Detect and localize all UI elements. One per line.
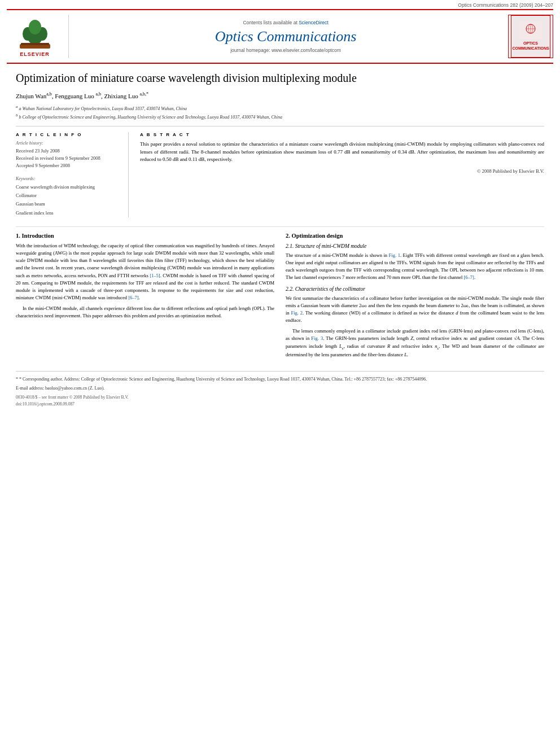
subsection1-body: The structure of a mini-CWDM module is s… bbox=[286, 252, 544, 282]
fig1-ref[interactable]: Fig. 1 bbox=[389, 252, 400, 258]
section2-title: 2. Optimization design bbox=[286, 233, 544, 239]
keywords-section: Keywords: Coarse wavelength division mul… bbox=[16, 176, 120, 217]
abstract-heading: A B S T R A C T bbox=[140, 132, 544, 137]
author-separator2: , Zhixiang Luo bbox=[101, 93, 139, 99]
copyright: © 2008 Published by Elsevier B.V. bbox=[140, 168, 544, 174]
article-content: Optimization of miniature coarse wavelen… bbox=[0, 64, 560, 418]
article-title: Optimization of miniature coarse wavelen… bbox=[16, 71, 544, 85]
body-right-col: 2. Optimization design 2.1. Structure of… bbox=[286, 233, 544, 362]
ref-6-7-s2[interactable]: [6–7] bbox=[464, 274, 474, 280]
subsection1-para: The structure of a mini-CWDM module is s… bbox=[286, 252, 544, 282]
keywords-label: Keywords: bbox=[16, 176, 120, 181]
author-zhixiang-sup: a,b,* bbox=[139, 91, 148, 97]
author-luo-sup: a,b bbox=[95, 91, 101, 97]
journal-reference: Optics Communications 282 (2009) 204–207 bbox=[458, 2, 553, 8]
abstract-col: A B S T R A C T This paper provides a no… bbox=[140, 132, 544, 217]
journal-title: Optics Communications bbox=[215, 28, 357, 45]
journal-homepage: journal homepage: www.elsevier.com/locat… bbox=[230, 47, 341, 53]
affiliation-a: a a Wuhan National Laboratory for Optoel… bbox=[16, 104, 544, 112]
elsevier-logo: ELSEVIER bbox=[7, 15, 69, 58]
journal-header: ELSEVIER Contents lists available at Sci… bbox=[7, 9, 553, 64]
article-info-abstract: A R T I C L E I N F O Article history: R… bbox=[16, 126, 544, 217]
authors-line: Zhujun Wana,b, Fengguang Luo a,b, Zhixia… bbox=[16, 91, 544, 101]
ref-6-7-intro[interactable]: [6–7] bbox=[128, 295, 138, 300]
keyword-3: Gaussian beam bbox=[16, 200, 120, 208]
body-left-col: 1. Introduction With the introduction of… bbox=[16, 233, 274, 362]
email-note: E-mail address: baoluo@yahoo.com.cn (Z. … bbox=[16, 385, 544, 392]
received-date: Received 23 July 2008 bbox=[16, 147, 120, 155]
thumb-graphic-icon bbox=[519, 22, 542, 39]
author-separator1: , Fengguang Luo bbox=[52, 93, 96, 99]
elsevier-tree-icon bbox=[15, 16, 55, 50]
author-wan: Zhujun Wan bbox=[16, 93, 46, 99]
subsection2-title: 2.2. Characteristics of the collimator bbox=[286, 286, 544, 292]
keyword-4: Gradient index lens bbox=[16, 209, 120, 217]
thumb-title: OPTICS COMMUNICATIONS bbox=[512, 41, 549, 51]
section1-para1: With the introduction of WDM technology,… bbox=[16, 242, 274, 302]
body-two-col: 1. Introduction With the introduction of… bbox=[16, 226, 544, 362]
history-label: Article history: bbox=[16, 141, 120, 146]
corresponding-author-note: * * Corresponding author. Address: Colle… bbox=[16, 376, 544, 383]
received-revised-date: Received in revised form 9 September 200… bbox=[16, 155, 120, 162]
subsection2-body: We first summarize the characteristics o… bbox=[286, 295, 544, 359]
article-info-col: A R T I C L E I N F O Article history: R… bbox=[16, 132, 129, 217]
journal-thumbnail: OPTICS COMMUNICATIONS bbox=[508, 15, 553, 58]
article-info-heading: A R T I C L E I N F O bbox=[16, 132, 120, 137]
section1-para2: In the mini-CWDM module, all channels ex… bbox=[16, 305, 274, 320]
subsection2-para2: The lenses commonly employed in a collim… bbox=[286, 327, 544, 359]
section1-title: 1. Introduction bbox=[16, 233, 274, 239]
affiliation-b: b b College of Optoelectronic Science an… bbox=[16, 112, 544, 121]
subsection2-para1: We first summarize the characteristics o… bbox=[286, 295, 544, 325]
abstract-text: This paper provides a noval solution to … bbox=[140, 141, 544, 164]
fig3-ref[interactable]: Fig. 3 bbox=[311, 335, 323, 341]
ref-1-5[interactable]: [1–5] bbox=[150, 273, 160, 278]
section1-body: With the introduction of WDM technology,… bbox=[16, 242, 274, 320]
thumb-inner: OPTICS COMMUNICATIONS bbox=[511, 15, 550, 58]
affil-sup-b: b bbox=[16, 113, 18, 117]
journal-center: Contents lists available at ScienceDirec… bbox=[69, 15, 502, 58]
footnotes: * * Corresponding author. Address: Colle… bbox=[16, 371, 544, 407]
keyword-1: Coarse wavelength division multiplexing bbox=[16, 183, 120, 191]
issn-doi: 0030-4018/$ – see front matter © 2008 Pu… bbox=[16, 394, 544, 407]
subsection1-title: 2.1. Structure of mini-CWDM module bbox=[286, 243, 544, 249]
sciencedirect-line: Contents lists available at ScienceDirec… bbox=[243, 20, 328, 25]
author-wan-sup: a,b bbox=[46, 91, 52, 97]
keyword-2: Collimator bbox=[16, 191, 120, 200]
svg-point-4 bbox=[29, 20, 41, 34]
elsevier-text: ELSEVIER bbox=[20, 51, 50, 57]
accepted-date: Accepted 9 September 2008 bbox=[16, 162, 120, 169]
keywords-list: Coarse wavelength division multiplexing … bbox=[16, 183, 120, 217]
sciencedirect-link[interactable]: ScienceDirect bbox=[299, 20, 328, 25]
fig2-ref[interactable]: Fig. 2 bbox=[291, 310, 303, 316]
svg-rect-6 bbox=[21, 43, 49, 45]
affil-sup-a: a bbox=[16, 104, 18, 109]
top-bar: Optics Communications 282 (2009) 204–207 bbox=[0, 0, 560, 9]
affiliations: a a Wuhan National Laboratory for Optoel… bbox=[16, 104, 544, 120]
